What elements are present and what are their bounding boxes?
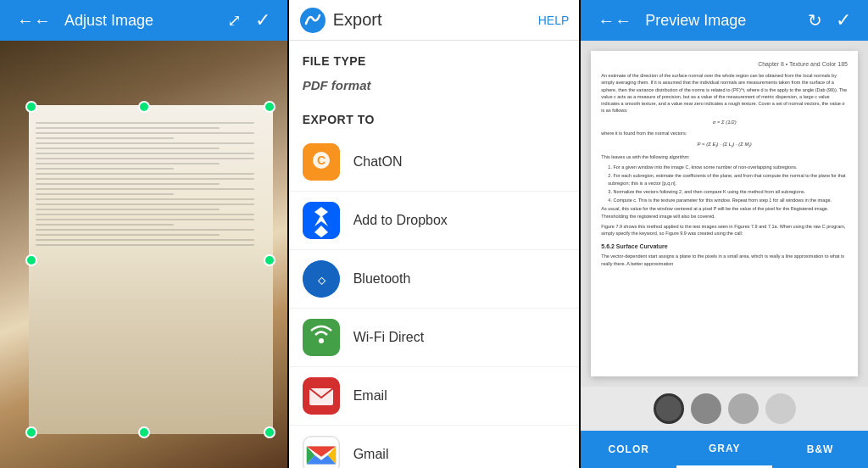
swatch-lighter[interactable] [765, 393, 796, 424]
file-type-value[interactable]: PDF format [289, 75, 580, 106]
email-icon [303, 377, 340, 415]
doc-line [36, 158, 254, 159]
color-mode-bw-label: B&W [807, 443, 834, 455]
wifi-icon [303, 319, 340, 356]
svg-rect-11 [303, 319, 340, 356]
doc-line [36, 214, 254, 215]
doc-paragraph-3: This leaves us with the following algori… [601, 153, 848, 160]
doc-paragraph-4: As usual, this value for the window cent… [601, 205, 848, 220]
preview-document: Chapter 8 • Texture and Color 185 An est… [591, 51, 858, 376]
adjust-image-topbar: ← Adjust Image ⤢ ✓ [0, 0, 287, 41]
export-item-wifi[interactable]: Wi-Fi Direct [289, 309, 580, 367]
color-mode-bar: COLOR GRAY B&W [581, 431, 868, 468]
preview-image-panel: ← Preview Image ↻ ✓ Chapter 8 • Texture … [581, 0, 868, 468]
app-logo [299, 7, 326, 34]
doc-line [36, 229, 254, 231]
export-panel: Export HELP FILE TYPE PDF format EXPORT … [289, 0, 580, 468]
color-mode-gray-label: GRAY [709, 443, 741, 454]
scan-document [29, 105, 273, 434]
preview-check-button[interactable]: ✓ [829, 6, 858, 35]
corner-handle-bl[interactable] [25, 426, 37, 438]
svg-text:C: C [317, 153, 326, 167]
export-item-dropbox[interactable]: Add to Dropbox [289, 192, 580, 250]
doc-line [36, 183, 220, 185]
doc-line [36, 198, 254, 200]
color-mode-bw[interactable]: B&W [772, 431, 868, 468]
doc-line [36, 239, 254, 241]
swatch-medium[interactable] [691, 393, 721, 424]
chaton-label: ChatON [353, 154, 403, 170]
adjust-check-button[interactable]: ✓ [248, 6, 277, 35]
export-help-button[interactable]: HELP [538, 14, 570, 27]
export-item-bluetooth[interactable]: ⬦ Bluetooth [289, 250, 580, 309]
doc-line [36, 168, 174, 170]
file-type-header: FILE TYPE [289, 41, 580, 75]
export-to-header: EXPORT TO [289, 106, 580, 133]
doc-line [36, 163, 220, 164]
doc-section-text: The vector-dependent start assigns a pla… [601, 253, 848, 267]
doc-list-item: 1. For a given window into the image C, … [608, 164, 848, 170]
doc-line [36, 148, 220, 149]
doc-list-item: 3. Normalize the vectors following 2, an… [608, 188, 848, 195]
color-mode-color[interactable]: COLOR [581, 431, 676, 468]
corner-handle-tr[interactable] [264, 101, 275, 113]
adjust-back-button[interactable]: ← [10, 8, 58, 34]
dropbox-label: Add to Dropbox [353, 213, 448, 228]
gmail-icon [303, 436, 340, 468]
color-swatches [581, 387, 868, 431]
preview-title: Preview Image [645, 12, 801, 30]
doc-line [36, 173, 254, 175]
corner-handle-rm[interactable] [264, 254, 275, 266]
scan-image-container [0, 41, 287, 468]
preview-content: Chapter 8 • Texture and Color 185 An est… [581, 41, 868, 387]
svg-text:⬦: ⬦ [315, 268, 326, 289]
wifi-label: Wi-Fi Direct [353, 330, 425, 345]
doc-line [36, 142, 254, 144]
doc-line [36, 203, 254, 205]
doc-line [36, 219, 254, 220]
doc-line [36, 244, 254, 246]
swatch-dark[interactable] [654, 393, 684, 424]
corner-handle-br[interactable] [264, 426, 275, 438]
gmail-label: Gmail [353, 447, 389, 462]
doc-formula-2: P = (Σ Ei) · (Σ Li) · (Σ Mi) [601, 142, 848, 148]
swatch-light[interactable] [728, 393, 759, 424]
doc-line [36, 224, 174, 226]
expand-button[interactable]: ⤢ [220, 7, 248, 34]
export-item-gmail[interactable]: Gmail [289, 426, 580, 468]
doc-line [36, 209, 220, 210]
corner-handle-tl[interactable] [25, 101, 37, 113]
export-title: Export [333, 10, 538, 30]
scan-image [0, 41, 287, 468]
doc-paragraph-1: An estimate of the direction of the surf… [601, 72, 848, 114]
preview-topbar: ← Preview Image ↻ ✓ [581, 0, 868, 41]
email-label: Email [353, 388, 387, 404]
dropbox-icon [303, 202, 340, 239]
doc-line [36, 132, 254, 134]
export-item-email[interactable]: Email [289, 367, 580, 426]
preview-refresh-button[interactable]: ↻ [801, 7, 829, 34]
doc-paragraph-5: Figure 7.9 shows this method applied to … [601, 223, 848, 237]
doc-list-item: 2. For each subregion, estimate the coef… [608, 172, 848, 187]
svg-point-12 [319, 338, 324, 343]
chaton-icon: C [303, 143, 340, 181]
doc-line [36, 137, 174, 139]
export-content: FILE TYPE PDF format EXPORT TO C ChatON [289, 41, 580, 468]
doc-chapter: Chapter 8 • Texture and Color 185 [601, 61, 848, 67]
doc-line [36, 188, 254, 190]
doc-paragraph-2: where it is found from the normal vector… [601, 130, 848, 136]
doc-line [36, 122, 254, 124]
color-mode-gray[interactable]: GRAY [676, 431, 772, 468]
doc-line [36, 193, 174, 195]
bluetooth-icon: ⬦ [303, 260, 340, 298]
doc-list: 1. For a given window into the image C, … [601, 164, 848, 203]
doc-list-item: 4. Compute c. This is the texture parame… [608, 197, 848, 203]
doc-line [36, 153, 254, 154]
adjust-image-panel: ← Adjust Image ⤢ ✓ [0, 0, 287, 468]
preview-back-button[interactable]: ← [591, 8, 638, 34]
doc-line [36, 127, 220, 129]
doc-line [36, 234, 220, 236]
corner-handle-bm[interactable] [138, 426, 150, 438]
corner-handle-tm[interactable] [138, 101, 150, 113]
export-item-chaton[interactable]: C ChatON [289, 133, 580, 192]
